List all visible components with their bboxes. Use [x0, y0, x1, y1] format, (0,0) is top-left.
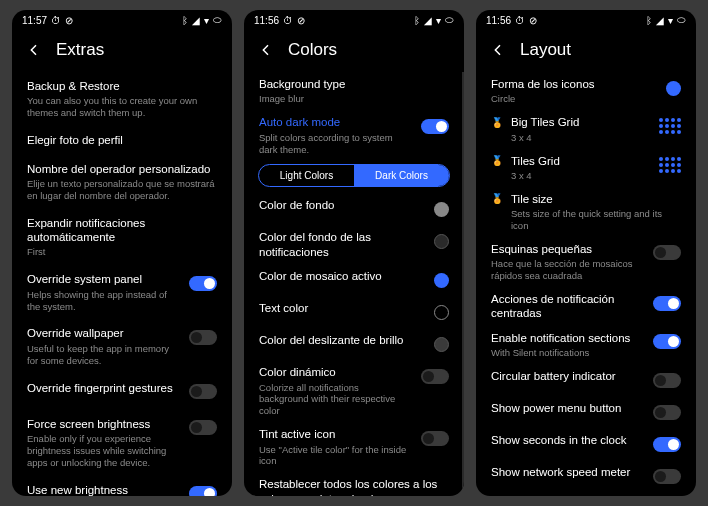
row-title: Expandir notificaciones automáticamente	[27, 216, 217, 245]
status-circle-icon: ⊘	[297, 15, 305, 26]
row-title: Text color	[259, 301, 424, 315]
row-auto-dark[interactable]: Auto dark mode Split colors according to…	[256, 110, 452, 160]
extras-list: Backup & Restore You can also you this t…	[12, 72, 232, 496]
row-small-corners[interactable]: Esquinas pequeñas Hace que la sección de…	[488, 237, 684, 287]
row-title: Color de mosaico activo	[259, 269, 424, 283]
tab-dark-colors[interactable]: Dark Colors	[354, 165, 449, 186]
row-title: Tile size	[511, 192, 681, 206]
row-override-wallpaper[interactable]: Override wallpaper Useful to keep the ap…	[24, 319, 220, 373]
toggle[interactable]	[653, 405, 681, 420]
colors-list: Background type Image blur Auto dark mod…	[244, 72, 464, 496]
back-icon[interactable]	[490, 42, 506, 58]
toggle[interactable]	[421, 369, 449, 384]
toggle[interactable]	[653, 469, 681, 484]
row-title: Force screen brightness	[27, 417, 179, 431]
row-subtitle: Helps showing the app instead of the sys…	[27, 289, 179, 313]
toggle[interactable]	[653, 296, 681, 311]
row-reset-colors[interactable]: Restablecer todos los colores a los valo…	[256, 472, 452, 496]
toggle[interactable]	[189, 330, 217, 345]
row-subtitle: Sets size of the quick setting and its i…	[511, 208, 681, 232]
row-centered-actions[interactable]: Acciones de notificación centradas	[488, 287, 684, 326]
premium-badge-icon: 🏅	[491, 155, 503, 167]
page-title: Layout	[520, 40, 571, 60]
row-title: Big Tiles Grid	[511, 115, 649, 129]
row-tint-icon[interactable]: Tint active icon Use "Active tile color"…	[256, 422, 452, 472]
toggle[interactable]	[189, 420, 217, 435]
title-bar: Layout	[476, 30, 696, 72]
row-title: Restablecer todos los colores a los valo…	[259, 477, 449, 496]
premium-badge-icon: 🏅	[491, 116, 503, 128]
row-active-tile-color[interactable]: Color de mosaico activo	[256, 264, 452, 296]
row-net-speed[interactable]: Show network speed meter	[488, 460, 684, 492]
toggle[interactable]	[653, 245, 681, 260]
row-backup-restore[interactable]: Backup & Restore You can also you this t…	[24, 72, 220, 126]
battery-icon: ⬭	[677, 14, 686, 26]
row-dynamic-color[interactable]: Color dinámico Colorize all notification…	[256, 360, 452, 422]
row-subtitle: With Silent notifications	[491, 347, 643, 359]
row-power-menu[interactable]: Show power menu button	[488, 396, 684, 428]
alarm-icon: ⏱	[515, 15, 525, 26]
row-title: Enable notification sections	[491, 331, 643, 345]
toggle[interactable]	[653, 373, 681, 388]
toggle[interactable]	[421, 431, 449, 446]
bluetooth-icon: ᛒ	[182, 15, 188, 26]
row-notif-bg-color[interactable]: Color del fondo de las notificaciones	[256, 225, 452, 264]
row-subtitle: Circle	[491, 93, 656, 105]
toggle[interactable]	[653, 334, 681, 349]
row-notif-sections[interactable]: Enable notification sections With Silent…	[488, 326, 684, 364]
row-bg-type[interactable]: Background type Image blur	[256, 72, 452, 110]
row-carrier-name[interactable]: Nombre del operador personalizado Elije …	[24, 155, 220, 209]
row-text-color[interactable]: Text color	[256, 296, 452, 328]
status-bar: 11:56 ⏱ ⊘ ᛒ ◢ ▾ ⬭	[476, 10, 696, 30]
row-subtitle: 3 x 4	[511, 170, 649, 182]
color-swatch[interactable]	[434, 305, 449, 320]
grid-preview-icon	[659, 118, 681, 134]
premium-badge-icon: 🏅	[491, 193, 503, 205]
tab-light-colors[interactable]: Light Colors	[259, 165, 354, 186]
row-circular-battery[interactable]: Circular battery indicator	[488, 364, 684, 396]
bluetooth-icon: ᛒ	[646, 15, 652, 26]
color-swatch[interactable]	[434, 202, 449, 217]
signal-icon: ◢	[656, 15, 664, 26]
row-override-panel[interactable]: Override system panel Helps showing the …	[24, 265, 220, 319]
scrollbar[interactable]	[462, 72, 464, 496]
row-profile-photo[interactable]: Elegir foto de perfil	[24, 126, 220, 154]
row-subtitle: Hace que la sección de mosaicos rápidos …	[491, 258, 643, 282]
row-tiles-grid[interactable]: 🏅 Tiles Grid 3 x 4	[488, 149, 684, 187]
back-icon[interactable]	[258, 42, 274, 58]
row-subtitle: First	[27, 246, 217, 258]
status-time: 11:56	[486, 15, 511, 26]
row-brightness-slider-color[interactable]: Color del deslizante de brillo	[256, 328, 452, 360]
row-big-tiles-grid[interactable]: 🏅 Big Tiles Grid 3 x 4	[488, 110, 684, 148]
row-tile-size[interactable]: 🏅 Tile size Sets size of the quick setti…	[488, 187, 684, 237]
row-subtitle: Enable only if you experience brightness…	[27, 433, 179, 469]
row-title: Tint active icon	[259, 427, 411, 441]
row-subtitle: You can also you this to create your own…	[27, 95, 217, 119]
wifi-icon: ▾	[204, 15, 209, 26]
color-swatch[interactable]	[434, 234, 449, 249]
color-swatch[interactable]	[434, 273, 449, 288]
toggle[interactable]	[189, 384, 217, 399]
row-title: Esquinas pequeñas	[491, 242, 643, 256]
back-icon[interactable]	[26, 42, 42, 58]
screen-extras: 11:57 ⏱ ⊘ ᛒ ◢ ▾ ⬭ Extras Backup & Restor…	[12, 10, 232, 496]
row-icon-shape[interactable]: Forma de los iconos Circle	[488, 72, 684, 110]
grid-preview-icon	[659, 157, 681, 173]
row-force-brightness[interactable]: Force screen brightness Enable only if y…	[24, 410, 220, 476]
row-override-fp[interactable]: Override fingerprint gestures	[24, 374, 220, 410]
row-autoexpand[interactable]: Expandir notificaciones automáticamente …	[24, 209, 220, 266]
row-title: Background type	[259, 77, 449, 91]
status-circle-icon: ⊘	[529, 15, 537, 26]
toggle[interactable]	[189, 276, 217, 291]
title-bar: Colors	[244, 30, 464, 72]
toggle[interactable]	[189, 486, 217, 496]
row-bg-color[interactable]: Color de fondo	[256, 193, 452, 225]
row-title: Show network speed meter	[491, 465, 643, 479]
color-swatch[interactable]	[434, 337, 449, 352]
wifi-icon: ▾	[668, 15, 673, 26]
row-new-brightness[interactable]: Use new brightness Use logarithmic brigh…	[24, 476, 220, 497]
row-clock-seconds[interactable]: Show seconds in the clock	[488, 428, 684, 460]
toggle[interactable]	[653, 437, 681, 452]
row-subtitle: Colorize all notifications background wi…	[259, 382, 411, 418]
toggle[interactable]	[421, 119, 449, 134]
